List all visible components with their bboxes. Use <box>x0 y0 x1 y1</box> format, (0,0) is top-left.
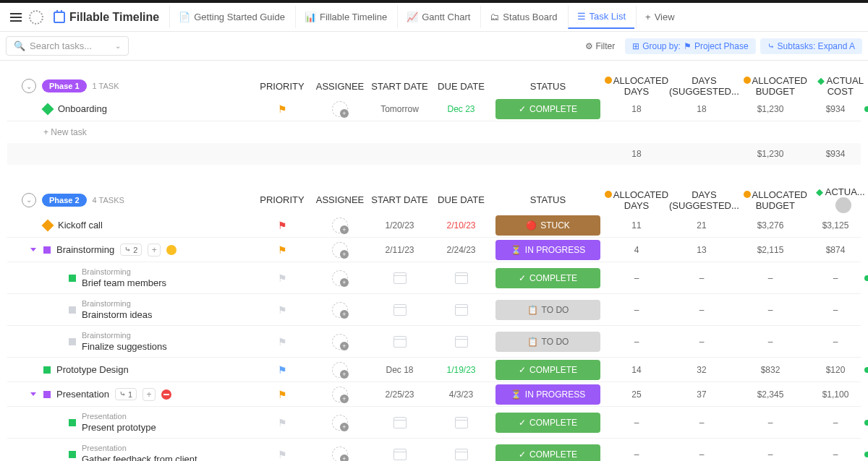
col-allocated-days[interactable]: ALLOCATED DAYS <box>604 75 669 97</box>
avatar-add-icon[interactable] <box>332 415 348 431</box>
menu-icon[interactable] <box>6 9 26 26</box>
phase2-header: ⌄ Phase 2 4 TASKS PRIORITY ASSIGNEE STAR… <box>7 186 861 213</box>
subtask-row[interactable]: BrainstormingBrief team members ⚑ ✓COMPL… <box>7 262 861 294</box>
tab-getting-started[interactable]: 📄Getting Started Guide <box>169 6 294 28</box>
task-name[interactable]: Kickoff call <box>58 220 103 231</box>
tab-add-view[interactable]: +View <box>636 6 684 28</box>
task-row[interactable]: Prototype Design ⚑ Dec 18 1/19/23 ✓COMPL… <box>7 358 861 382</box>
status-dot-icon <box>864 106 868 112</box>
page-title: Fillable Timeline <box>46 11 166 24</box>
task-name[interactable]: Brainstorm ideas <box>82 309 153 320</box>
status-square-icon <box>69 275 76 282</box>
col-due-date[interactable]: DUE DATE <box>430 81 492 92</box>
flag-icon: ⚑ <box>278 364 287 376</box>
chevron-down-icon[interactable]: ⌄ <box>115 42 121 50</box>
subtask-count[interactable]: ⤷1 <box>115 388 137 400</box>
priority-cell[interactable]: ⚑ <box>253 103 311 115</box>
assignee-cell[interactable] <box>311 101 369 117</box>
check-icon: ✓ <box>519 418 526 428</box>
loading-icon <box>29 10 43 25</box>
search-input[interactable]: 🔍 Search tasks... ⌄ <box>6 36 129 56</box>
add-subtask-button[interactable]: + <box>142 388 156 401</box>
allocated-days-cell[interactable]: 18 <box>604 104 669 114</box>
search-icon: 🔍 <box>14 40 25 51</box>
due-date-cell[interactable]: Dec 23 <box>430 104 492 114</box>
status-cell[interactable]: ✓COMPLETE <box>492 99 604 119</box>
flag-icon: ⚑ <box>278 417 287 428</box>
subtask-icon: ⤷ <box>119 389 126 399</box>
avatar-add-icon[interactable] <box>332 101 348 117</box>
avatar-add-icon[interactable] <box>332 334 348 350</box>
tab-gantt-chart[interactable]: 📈Gantt Chart <box>397 6 479 28</box>
task-name[interactable]: Prototype Design <box>56 364 129 375</box>
phase1-summary: 18 $1,230 $934 <box>7 143 861 165</box>
check-icon: ✓ <box>519 104 526 114</box>
add-subtask-button[interactable]: + <box>148 244 161 257</box>
suggested-days-cell[interactable]: 18 <box>669 104 734 114</box>
subtask-row[interactable]: PresentationGather feedback from client … <box>7 439 861 461</box>
task-row[interactable]: Kickoff call ⚑ 1/20/23 2/10/23 🔴STUCK 11… <box>7 213 861 238</box>
col-start-date[interactable]: START DATE <box>369 81 430 92</box>
expand-icon[interactable] <box>30 392 36 396</box>
status-square-icon <box>69 338 76 345</box>
toolbar: 🔍 Search tasks... ⌄ ⚙Filter ⊞Group by:⚑P… <box>0 32 868 61</box>
check-icon: ✓ <box>519 273 526 283</box>
calendar-empty-icon <box>455 449 468 460</box>
title-text: Fillable Timeline <box>69 11 159 24</box>
filter-button[interactable]: ⚙Filter <box>579 38 621 54</box>
task-row[interactable]: Onboarding ⚑ Tomorrow Dec 23 ✓COMPLETE 1… <box>7 97 861 121</box>
task-name[interactable]: Finalize suggestions <box>82 341 167 352</box>
avatar-add-icon[interactable] <box>332 302 348 318</box>
subtask-row[interactable]: BrainstormingFinalize suggestions ⚑ 📋TO … <box>7 326 861 358</box>
search-placeholder: Search tasks... <box>30 40 111 51</box>
collapse-phase2[interactable]: ⌄ <box>22 193 36 207</box>
tab-fillable-timeline[interactable]: 📊Fillable Timeline <box>295 6 396 28</box>
groupby-button[interactable]: ⊞Group by:⚑Project Phase <box>625 38 755 54</box>
subtasks-button[interactable]: ⤷Subtasks: Expand A <box>760 38 862 54</box>
cost-cell[interactable]: $934 <box>807 104 864 114</box>
avatar-add-icon[interactable] <box>332 270 348 286</box>
task-name[interactable]: Brainstorming <box>56 244 114 255</box>
subtask-count[interactable]: ⤷2 <box>120 244 142 256</box>
top-bar: Fillable Timeline 📄Getting Started Guide… <box>0 3 868 32</box>
check-icon: ✓ <box>519 449 526 460</box>
avatar-add-icon[interactable] <box>332 387 348 402</box>
start-date-cell[interactable]: Tomorrow <box>369 104 430 114</box>
todo-icon: 📋 <box>527 337 538 347</box>
todo-icon: 📋 <box>527 305 538 315</box>
col-actual-cost[interactable]: ◆ ACTUAL COST <box>812 75 868 97</box>
tab-task-list[interactable]: ☰Task List <box>568 5 635 29</box>
task-row[interactable]: Presentation ⤷1 + ⚑ 2/25/23 4/3/23 ⏳IN P… <box>7 382 861 407</box>
task-name[interactable]: Present prototype <box>82 422 156 433</box>
task-name[interactable]: Brief team members <box>82 277 166 288</box>
task-name[interactable]: Presentation <box>56 389 109 400</box>
group-icon: ⊞ <box>632 41 639 51</box>
task-name[interactable]: Onboarding <box>58 103 107 114</box>
view-tabs: 📄Getting Started Guide 📊Fillable Timelin… <box>169 5 683 29</box>
budget-cell[interactable]: $1,230 <box>734 104 807 114</box>
subtask-icon: ⤷ <box>767 41 775 51</box>
timeline-icon: 📊 <box>305 12 316 22</box>
avatar-add-icon[interactable] <box>332 242 348 258</box>
phase1-badge[interactable]: Phase 1 <box>42 79 87 92</box>
subtask-row[interactable]: PresentationPresent prototype ⚑ ✓COMPLET… <box>7 407 861 439</box>
col-days-suggested[interactable]: DAYS (SUGGESTED... <box>669 75 739 97</box>
new-task-button[interactable]: + New task <box>7 121 861 143</box>
col-priority[interactable]: PRIORITY <box>253 81 311 92</box>
col-assignee[interactable]: ASSIGNEE <box>311 81 369 92</box>
avatar-add-icon[interactable] <box>332 362 348 378</box>
avatar-add-icon[interactable] <box>332 447 348 462</box>
col-status[interactable]: STATUS <box>492 81 604 92</box>
subtask-row[interactable]: BrainstormingBrainstorm ideas ⚑ 📋TO DO –… <box>7 294 861 326</box>
task-row[interactable]: Brainstorming ⤷2 + ⚑ 2/11/23 2/24/23 ⏳IN… <box>7 238 861 262</box>
phase2-badge[interactable]: Phase 2 <box>42 194 87 207</box>
progress-icon: ⏳ <box>511 245 522 255</box>
tab-status-board[interactable]: 🗂Status Board <box>480 6 566 28</box>
col-allocated-budget[interactable]: ALLOCATED BUDGET <box>739 75 812 97</box>
flag-icon: ⚑ <box>684 41 692 51</box>
task-name[interactable]: Gather feedback from client <box>82 454 197 461</box>
collapse-phase1[interactable]: ⌄ <box>22 79 36 93</box>
expand-icon[interactable] <box>30 248 36 251</box>
avatar-add-icon[interactable] <box>332 217 348 233</box>
flag-icon: ⚑ <box>278 220 287 231</box>
